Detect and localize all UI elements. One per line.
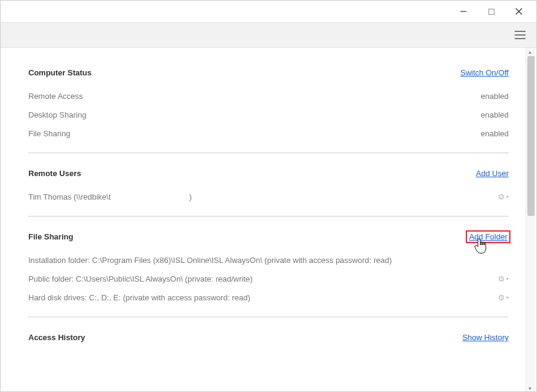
title-bar (1, 1, 536, 22)
svg-rect-1 (489, 9, 494, 14)
row-label: Desktop Sharing (28, 110, 86, 119)
row-label: File Sharing (28, 129, 70, 138)
vertical-scrollbar[interactable]: ▴ ▾ (526, 48, 535, 391)
status-row: Desktop Sharing enabled (28, 106, 509, 124)
maximize-icon (488, 8, 495, 15)
show-history-link[interactable]: Show History (462, 333, 509, 342)
section-title: File Sharing (28, 232, 73, 241)
section-computer-status: Computer Status Switch On/Off Remote Acc… (28, 68, 509, 153)
folder-settings-button[interactable]: ⚙▾ (498, 293, 509, 302)
status-row: Remote Access enabled (28, 87, 509, 106)
section-title: Computer Status (28, 68, 92, 77)
gear-icon: ⚙ (498, 274, 505, 283)
scroll-up-icon: ▴ (529, 49, 533, 54)
user-label: Tim Thomas (\\redbike\t ) (28, 192, 192, 201)
folder-row: Public folder: C:\Users\Public\ISL Alway… (28, 270, 509, 288)
maximize-button[interactable] (477, 2, 505, 21)
row-value: enabled (481, 129, 509, 138)
section-access-history: Access History Show History (28, 333, 509, 342)
add-user-link[interactable]: Add User (476, 169, 509, 178)
content-panel: Computer Status Switch On/Off Remote Acc… (1, 48, 536, 391)
section-title: Access History (28, 333, 85, 342)
switch-on-off-link[interactable]: Switch On/Off (460, 68, 509, 77)
scroll-down-icon: ▾ (529, 385, 533, 390)
status-row: File Sharing enabled (28, 124, 509, 143)
add-folder-link[interactable]: Add Folder (468, 232, 509, 241)
minimize-button[interactable] (450, 2, 477, 21)
section-title: Remote Users (28, 169, 81, 178)
gear-icon: ⚙ (498, 192, 505, 201)
folder-row: Installation folder: C:\Program Files (x… (28, 251, 509, 270)
user-settings-button[interactable]: ⚙▾ (498, 192, 509, 201)
close-button[interactable] (505, 2, 533, 21)
folder-settings-button[interactable]: ⚙▾ (498, 274, 509, 283)
folder-label: Hard disk drives: C:, D:, E: (private wi… (28, 293, 250, 302)
section-remote-users: Remote Users Add User Tim Thomas (\\redb… (28, 169, 509, 217)
folder-label: Public folder: C:\Users\Public\ISL Alway… (28, 274, 253, 283)
chevron-down-icon: ▾ (506, 194, 509, 200)
row-value: enabled (481, 92, 509, 101)
folder-label: Installation folder: C:\Program Files (x… (28, 256, 392, 265)
user-row: Tim Thomas (\\redbike\t ) ⚙▾ (28, 188, 509, 206)
chevron-down-icon: ▾ (506, 276, 509, 282)
gear-icon: ⚙ (498, 293, 505, 302)
minimize-icon (460, 8, 467, 15)
row-value: enabled (481, 110, 509, 119)
section-file-sharing: File Sharing Add Folder Installation fol… (28, 232, 509, 317)
chevron-down-icon: ▾ (506, 295, 509, 300)
row-label: Remote Access (28, 92, 83, 101)
close-icon (515, 8, 523, 15)
menu-bar (1, 22, 536, 48)
hamburger-menu-button[interactable] (512, 27, 528, 43)
scroll-thumb[interactable] (527, 56, 535, 216)
folder-row: Hard disk drives: C:, D:, E: (private wi… (28, 288, 509, 307)
